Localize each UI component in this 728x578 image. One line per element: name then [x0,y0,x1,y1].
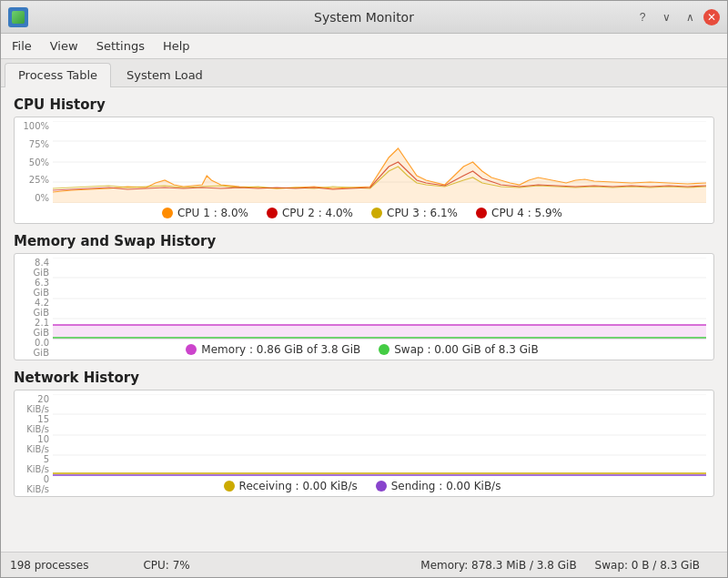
menu-view[interactable]: View [43,36,86,56]
cpu-y-25: 25% [18,175,49,185]
cpu3-label: CPU 3 : 6.1% [387,207,458,219]
tabs: Process Table System Load [1,59,727,87]
network-legend-1: Receiving : 0.00 KiB/s [224,480,358,492]
swap-dot [379,344,389,355]
cpu-chart-svg [53,121,706,203]
memory-section: Memory and Swap History 8.4 GiB 6.3 GiB … [14,233,714,360]
menubar: File View Settings Help [1,34,727,59]
mem-y-84: 8.4 GiB [18,258,49,278]
menu-help[interactable]: Help [156,36,197,56]
main-content: CPU History 100% 75% 50% 25% 0% [1,87,727,552]
cpu-legend-2: CPU 2 : 4.0% [267,207,353,219]
memory-y-axis: 8.4 GiB 6.3 GiB 4.2 GiB 2.1 GiB 0.0 GiB [18,258,53,340]
main-window: System Monitor ? ∨ ∧ ✕ File View Setting… [0,0,728,578]
cpu1-dot [162,208,173,218]
memory-chart-container: 8.4 GiB 6.3 GiB 4.2 GiB 2.1 GiB 0.0 GiB [14,253,714,360]
cpu-legend-1: CPU 1 : 8.0% [162,207,248,219]
net-y-5: 5 KiB/s [18,454,49,474]
net-y-0: 0 KiB/s [18,474,49,494]
tab-process-table[interactable]: Process Table [5,63,111,87]
memory-section-title: Memory and Swap History [14,233,714,249]
sending-dot [376,481,387,492]
cpu2-label: CPU 2 : 4.0% [282,207,353,219]
cpu-y-75: 75% [18,139,49,149]
sending-label: Sending : 0.00 KiB/s [391,480,501,492]
memory-label: Memory : 0.86 GiB of 3.8 GiB [201,343,360,356]
menu-settings[interactable]: Settings [89,36,152,56]
memory-chart-svg [53,258,706,340]
network-svg [53,394,706,476]
app-icon-inner [12,11,25,24]
titlebar-controls: ? ∨ ∧ ✕ [632,7,720,27]
help-button[interactable]: ? [632,7,652,27]
titlebar: System Monitor ? ∨ ∧ ✕ [1,1,727,34]
cpu-legend-4: CPU 4 : 5.9% [476,207,562,219]
close-button[interactable]: ✕ [703,9,720,25]
swap-label: Swap : 0.00 GiB of 8.3 GiB [394,343,538,356]
cpu4-label: CPU 4 : 5.9% [491,207,562,219]
mem-y-21: 2.1 GiB [18,318,49,338]
network-chart-area: 20 KiB/s 15 KiB/s 10 KiB/s 5 KiB/s 0 KiB… [18,394,706,476]
network-chart-container: 20 KiB/s 15 KiB/s 10 KiB/s 5 KiB/s 0 KiB… [14,390,714,497]
cpu-y-axis: 100% 75% 50% 25% 0% [18,121,53,203]
mem-y-63: 6.3 GiB [18,278,49,298]
minimize-button[interactable]: ∨ [656,7,676,27]
receiving-label: Receiving : 0.00 KiB/s [239,480,358,492]
network-legend-2: Sending : 0.00 KiB/s [376,480,501,492]
memory-legend-1: Memory : 0.86 GiB of 3.8 GiB [186,343,360,356]
mem-y-00: 0.0 GiB [18,338,49,358]
receiving-dot [224,481,235,492]
statusbar-processes: 198 processes [10,559,106,572]
cpu-chart-container: 100% 75% 50% 25% 0% [14,117,714,224]
network-section: Network History 20 KiB/s 15 KiB/s 10 KiB… [14,370,714,497]
memory-svg [53,258,706,340]
memory-legend-2: Swap : 0.00 GiB of 8.3 GiB [379,343,538,356]
titlebar-title: System Monitor [314,10,414,25]
memory-legend: Memory : 0.86 GiB of 3.8 GiB Swap : 0.00… [18,343,706,356]
cpu-legend-3: CPU 3 : 6.1% [371,207,458,219]
maximize-button[interactable]: ∧ [680,7,700,27]
menu-file[interactable]: File [5,36,39,56]
cpu1-label: CPU 1 : 8.0% [177,207,248,219]
statusbar-memory: Memory: 878.3 MiB / 3.8 GiB [420,559,594,572]
tab-system-load[interactable]: System Load [113,63,217,86]
app-icon [8,7,28,27]
cpu-section-title: CPU History [14,96,714,113]
network-section-title: Network History [14,370,714,386]
network-chart-svg [53,394,706,476]
cpu-chart-area: 100% 75% 50% 25% 0% [18,121,706,203]
network-y-axis: 20 KiB/s 15 KiB/s 10 KiB/s 5 KiB/s 0 KiB… [18,394,53,476]
titlebar-left [8,7,28,27]
statusbar-cpu: CPU: 7% [106,559,207,572]
cpu-y-0: 0% [18,193,49,203]
net-y-20: 20 KiB/s [18,394,49,414]
cpu2-dot [267,208,278,218]
cpu-svg [53,121,706,203]
statusbar-swap: Swap: 0 B / 8.3 GiB [595,559,718,572]
net-y-15: 15 KiB/s [18,414,49,434]
mem-y-42: 4.2 GiB [18,298,49,318]
cpu-y-50: 50% [18,157,49,167]
statusbar: 198 processes CPU: 7% Memory: 878.3 MiB … [1,552,727,577]
cpu-section: CPU History 100% 75% 50% 25% 0% [14,96,714,224]
network-legend: Receiving : 0.00 KiB/s Sending : 0.00 Ki… [18,480,706,492]
cpu-legend: CPU 1 : 8.0% CPU 2 : 4.0% CPU 3 : 6.1% C… [18,207,706,219]
cpu3-dot [371,208,382,218]
memory-chart-area: 8.4 GiB 6.3 GiB 4.2 GiB 2.1 GiB 0.0 GiB [18,258,706,340]
cpu4-dot [476,208,487,218]
cpu-y-100: 100% [18,121,49,131]
net-y-10: 10 KiB/s [18,434,49,454]
memory-dot [186,344,197,355]
